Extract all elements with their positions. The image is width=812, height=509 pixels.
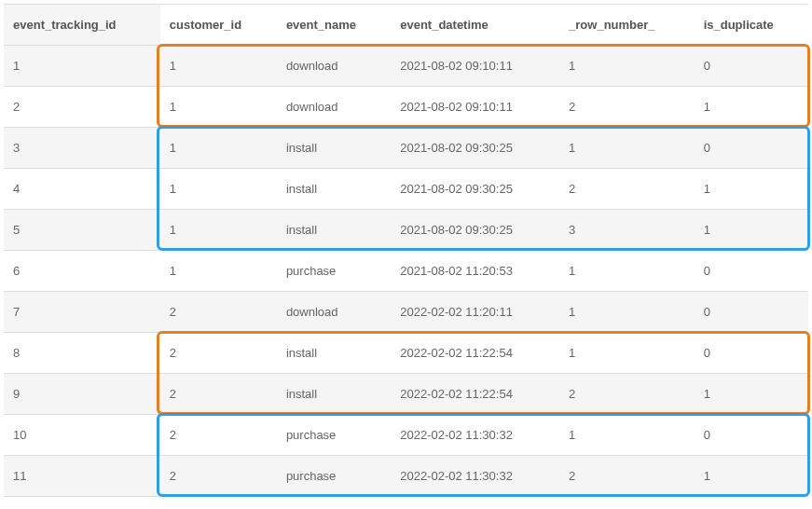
- cell: 2: [160, 415, 277, 456]
- table-header: event_tracking_id customer_id event_name…: [4, 5, 808, 46]
- cell: 1: [559, 415, 695, 456]
- cell: 0: [695, 415, 808, 456]
- cell: purchase: [277, 456, 391, 497]
- cell: purchase: [277, 415, 391, 456]
- table-row: 61purchase2021-08-02 11:20:5310: [4, 251, 808, 292]
- cell: download: [277, 292, 391, 333]
- col-header: _row_number_: [559, 5, 695, 46]
- cell: install: [277, 169, 391, 210]
- cell: 1: [160, 169, 277, 210]
- cell: purchase: [277, 251, 391, 292]
- cell: 4: [4, 169, 160, 210]
- cell: download: [277, 46, 391, 87]
- table-row: 102purchase2022-02-02 11:30:3210: [4, 415, 808, 456]
- cell: 2: [160, 456, 277, 497]
- cell: 2: [160, 292, 277, 333]
- cell: 2022-02-02 11:30:32: [391, 456, 559, 497]
- table-row: 112purchase2022-02-02 11:30:3221: [4, 456, 808, 497]
- cell: 1: [559, 292, 695, 333]
- col-header: event_tracking_id: [4, 5, 160, 46]
- cell: 3: [559, 210, 695, 251]
- cell: 2022-02-02 11:22:54: [391, 333, 559, 374]
- cell: 1: [695, 87, 808, 128]
- cell: 1: [695, 374, 808, 415]
- table-row: 31install2021-08-02 09:30:2510: [4, 128, 808, 169]
- table-body: 11download2021-08-02 09:10:111021downloa…: [4, 46, 808, 497]
- cell: 2: [559, 374, 695, 415]
- cell: 1: [695, 169, 808, 210]
- col-header: is_duplicate: [695, 5, 808, 46]
- cell: install: [277, 374, 391, 415]
- cell: 2: [559, 456, 695, 497]
- cell: 0: [695, 46, 808, 87]
- cell: 2021-08-02 09:10:11: [391, 87, 559, 128]
- cell: 1: [695, 210, 808, 251]
- cell: 2: [4, 87, 160, 128]
- cell: 0: [695, 251, 808, 292]
- table-row: 92install2022-02-02 11:22:5421: [4, 374, 808, 415]
- cell: install: [277, 210, 391, 251]
- table-row: 41install2021-08-02 09:30:2521: [4, 169, 808, 210]
- cell: 6: [4, 251, 160, 292]
- table-row: 82install2022-02-02 11:22:5410: [4, 333, 808, 374]
- cell: 1: [160, 251, 277, 292]
- cell: 1: [559, 251, 695, 292]
- col-header: event_name: [277, 5, 391, 46]
- cell: 5: [4, 210, 160, 251]
- cell: 1: [4, 46, 160, 87]
- cell: 10: [4, 415, 160, 456]
- cell: 2022-02-02 11:22:54: [391, 374, 559, 415]
- cell: 1: [695, 456, 808, 497]
- cell: 1: [559, 128, 695, 169]
- cell: 0: [695, 333, 808, 374]
- cell: 1: [559, 46, 695, 87]
- table-row: 72download2022-02-02 11:20:1110: [4, 292, 808, 333]
- cell: 2: [559, 87, 695, 128]
- cell: 2022-02-02 11:30:32: [391, 415, 559, 456]
- cell: 1: [160, 87, 277, 128]
- cell: 1: [160, 128, 277, 169]
- cell: 8: [4, 333, 160, 374]
- cell: 2021-08-02 09:30:25: [391, 169, 559, 210]
- cell: 2022-02-02 11:20:11: [391, 292, 559, 333]
- cell: 2021-08-02 09:30:25: [391, 210, 559, 251]
- cell: 0: [695, 292, 808, 333]
- cell: 2: [160, 333, 277, 374]
- table-row: 11download2021-08-02 09:10:1110: [4, 46, 808, 87]
- cell: 2021-08-02 09:10:11: [391, 46, 559, 87]
- cell: install: [277, 333, 391, 374]
- cell: 2: [559, 169, 695, 210]
- cell: download: [277, 87, 391, 128]
- cell: install: [277, 128, 391, 169]
- table-row: 21download2021-08-02 09:10:1121: [4, 87, 808, 128]
- cell: 2021-08-02 11:20:53: [391, 251, 559, 292]
- cell: 7: [4, 292, 160, 333]
- col-header: customer_id: [160, 5, 277, 46]
- cell: 1: [160, 46, 277, 87]
- table-row: 51install2021-08-02 09:30:2531: [4, 210, 808, 251]
- cell: 2: [160, 374, 277, 415]
- cell: 9: [4, 374, 160, 415]
- cell: 0: [695, 128, 808, 169]
- cell: 1: [160, 210, 277, 251]
- cell: 3: [4, 128, 160, 169]
- cell: 1: [559, 333, 695, 374]
- cell: 11: [4, 456, 160, 497]
- data-table: event_tracking_id customer_id event_name…: [4, 4, 808, 497]
- cell: 2021-08-02 09:30:25: [391, 128, 559, 169]
- col-header: event_datetime: [391, 5, 559, 46]
